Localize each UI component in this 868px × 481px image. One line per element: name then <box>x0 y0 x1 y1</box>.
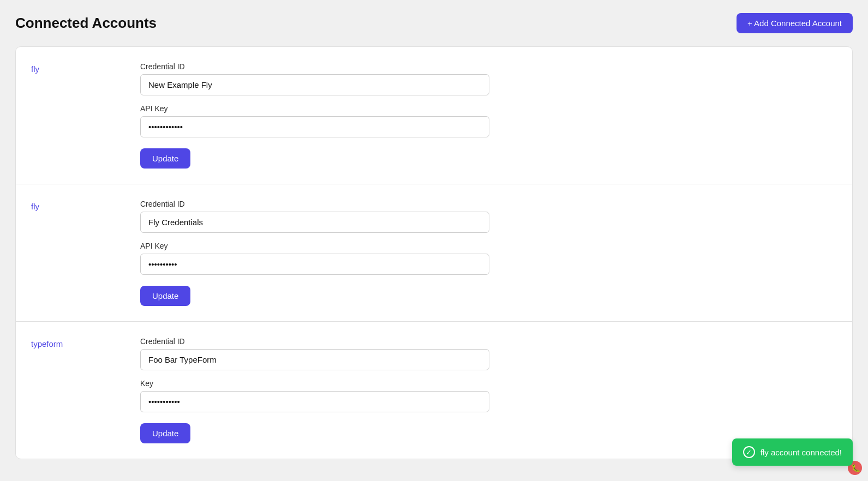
credential-id-label-1: Credential ID <box>140 200 837 208</box>
api-key-input-1[interactable] <box>140 254 489 275</box>
account-fields-2: Credential ID Key Update <box>140 337 837 443</box>
account-fields-1: Credential ID API Key Update <box>140 200 837 306</box>
api-key-label-1: API Key <box>140 242 837 250</box>
api-key-input-2[interactable] <box>140 391 489 412</box>
account-type-1: fly <box>31 200 140 306</box>
api-key-group-1: API Key <box>140 242 837 275</box>
account-card-0: fly Credential ID API Key Update <box>16 47 852 184</box>
svg-text:🐛: 🐛 <box>851 464 861 473</box>
api-key-group-2: Key <box>140 379 837 412</box>
page-container: Connected Accounts + Add Connected Accou… <box>0 0 868 472</box>
toast-check-icon: ✓ <box>743 446 755 458</box>
credential-id-group-0: Credential ID <box>140 62 837 95</box>
credential-id-input-2[interactable] <box>140 349 489 370</box>
credential-id-label-0: Credential ID <box>140 62 837 71</box>
credential-id-group-1: Credential ID <box>140 200 837 233</box>
add-connected-account-button[interactable]: + Add Connected Account <box>737 13 853 33</box>
api-key-input-0[interactable] <box>140 116 489 137</box>
update-button-0[interactable]: Update <box>140 148 190 169</box>
credential-id-group-2: Credential ID <box>140 337 837 370</box>
api-key-group-0: API Key <box>140 104 837 137</box>
update-button-2[interactable]: Update <box>140 423 190 443</box>
page-header: Connected Accounts + Add Connected Accou… <box>15 13 853 33</box>
page-title: Connected Accounts <box>15 15 157 32</box>
account-fields-0: Credential ID API Key Update <box>140 62 837 169</box>
account-type-0: fly <box>31 62 140 169</box>
account-type-2: typeform <box>31 337 140 443</box>
account-card-2: typeform Credential ID Key Update <box>16 322 852 459</box>
toast-notification: ✓ fly account connected! <box>732 438 853 466</box>
api-key-label-2: Key <box>140 379 837 388</box>
credential-id-label-2: Credential ID <box>140 337 837 346</box>
account-type-label-0: fly <box>31 64 39 74</box>
accounts-list: fly Credential ID API Key Update fly Cre <box>15 46 853 459</box>
credential-id-input-1[interactable] <box>140 212 489 233</box>
account-card-1: fly Credential ID API Key Update <box>16 184 852 322</box>
credential-id-input-0[interactable] <box>140 74 489 95</box>
account-type-label-2: typeform <box>31 339 63 348</box>
account-type-label-1: fly <box>31 202 39 211</box>
toast-message: fly account connected! <box>761 448 842 457</box>
update-button-1[interactable]: Update <box>140 286 190 306</box>
api-key-label-0: API Key <box>140 104 837 113</box>
